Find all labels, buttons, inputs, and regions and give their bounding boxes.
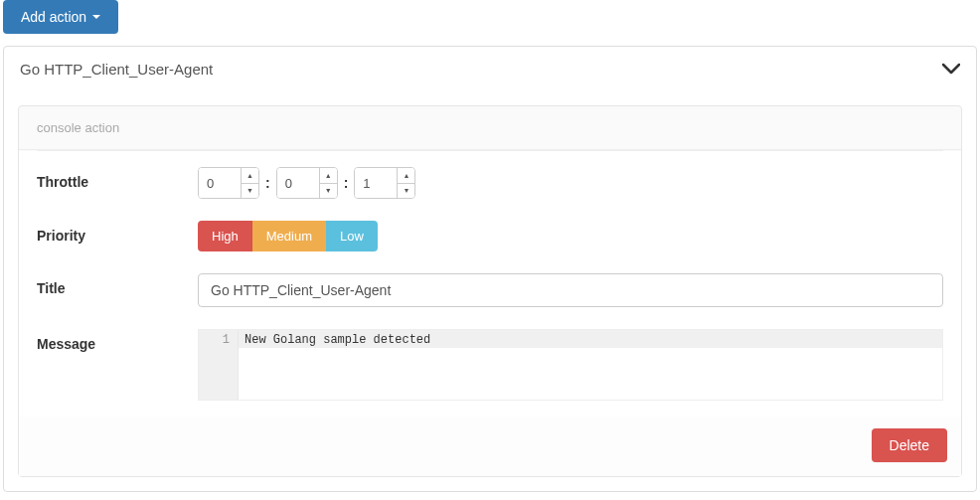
line-number: 1 — [199, 333, 230, 347]
throttle-seconds-input[interactable] — [355, 168, 397, 198]
throttle-hours-up[interactable]: ▲ — [242, 168, 258, 184]
throttle-hours-down[interactable]: ▼ — [242, 184, 258, 199]
throttle-hours-input[interactable] — [199, 168, 241, 198]
title-row: Title — [37, 273, 943, 307]
priority-row: Priority High Medium Low — [37, 221, 943, 251]
priority-high-button[interactable]: High — [198, 221, 252, 251]
chevron-down-icon — [942, 59, 960, 80]
throttle-minutes-up[interactable]: ▲ — [320, 168, 337, 184]
throttle-row: Throttle ▲ ▼ : — [37, 167, 943, 199]
editor-gutter: 1 — [199, 330, 239, 400]
priority-low-button[interactable]: Low — [326, 221, 378, 251]
message-row: Message 1 New Golang sample detected — [37, 329, 943, 401]
message-editor[interactable]: 1 New Golang sample detected — [198, 329, 943, 401]
panel-body: console action Throttle ▲ ▼ — [4, 91, 976, 491]
caret-down-icon — [92, 15, 100, 19]
editor-right-gutter — [791, 330, 942, 400]
throttle-minutes-stepper[interactable]: ▲ ▼ — [276, 167, 338, 199]
priority-button-group: High Medium Low — [198, 221, 378, 251]
action-footer: Delete — [19, 417, 961, 476]
message-label: Message — [37, 329, 198, 352]
throttle-minutes-input[interactable] — [277, 168, 319, 198]
throttle-sep-1: : — [265, 175, 270, 191]
throttle-sep-2: : — [344, 175, 349, 191]
console-action-card: console action Throttle ▲ ▼ — [18, 105, 962, 477]
delete-button[interactable]: Delete — [872, 428, 947, 462]
throttle-hours-stepper[interactable]: ▲ ▼ — [198, 167, 259, 199]
title-label: Title — [37, 273, 198, 296]
throttle-controls: ▲ ▼ : ▲ ▼ — [198, 167, 415, 199]
action-panel: Go HTTP_Client_User-Agent console action… — [3, 46, 977, 492]
throttle-label: Throttle — [37, 167, 198, 190]
editor-content[interactable]: New Golang sample detected — [239, 330, 942, 400]
panel-title: Go HTTP_Client_User-Agent — [20, 61, 213, 78]
throttle-minutes-down[interactable]: ▼ — [320, 184, 337, 199]
throttle-seconds-up[interactable]: ▲ — [398, 168, 414, 184]
priority-label: Priority — [37, 221, 198, 244]
panel-header[interactable]: Go HTTP_Client_User-Agent — [4, 47, 976, 91]
title-input[interactable] — [198, 273, 943, 307]
console-action-header: console action — [19, 106, 961, 150]
message-line-1: New Golang sample detected — [239, 330, 791, 348]
throttle-seconds-stepper[interactable]: ▲ ▼ — [354, 167, 415, 199]
add-action-label: Add action — [21, 9, 86, 25]
priority-medium-button[interactable]: Medium — [252, 221, 326, 251]
add-action-button[interactable]: Add action — [3, 0, 118, 34]
throttle-seconds-down[interactable]: ▼ — [398, 184, 414, 199]
